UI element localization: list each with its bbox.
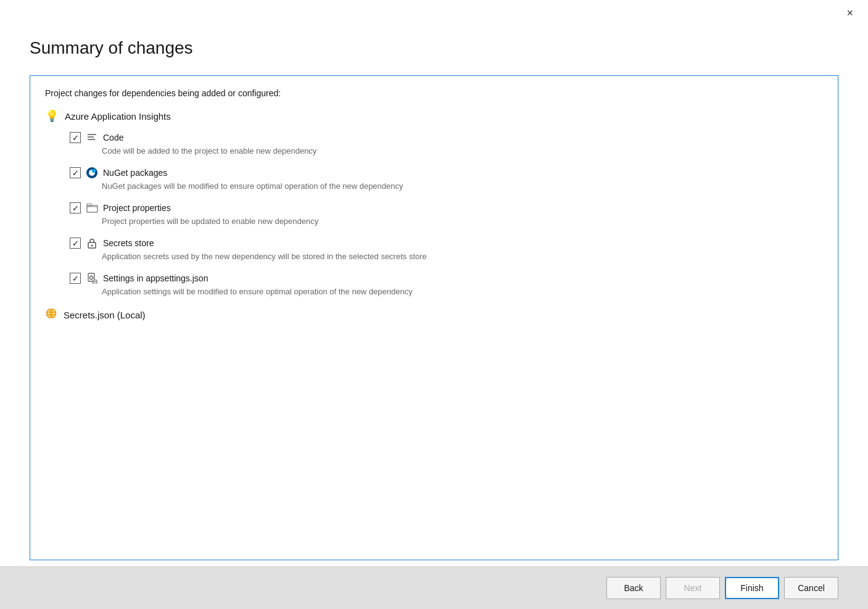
item-label-secrets: Secrets store: [103, 238, 154, 248]
checkbox-project-props[interactable]: ✓: [70, 202, 81, 213]
section-title-azure: Azure Application Insights: [65, 111, 171, 122]
item-desc-nuget: NuGet packages will be modified to ensur…: [70, 181, 823, 191]
item-desc-appsettings: Application settings will be modified to…: [70, 287, 823, 296]
title-bar: ×: [0, 0, 868, 26]
section-secrets-json: Secrets.json (Local): [45, 307, 823, 322]
content-area: Summary of changes Project changes for d…: [0, 26, 868, 566]
item-nuget: ✓ NuGet packages NuGet packages will be …: [70, 167, 823, 191]
section-title-secrets-json: Secrets.json (Local): [64, 310, 146, 320]
section-azure-app-insights: 💡 Azure Application Insights: [45, 109, 823, 123]
svg-point-11: [90, 276, 93, 280]
item-appsettings: ✓: [70, 272, 823, 296]
page-title: Summary of changes: [30, 38, 838, 58]
finish-button[interactable]: Finish: [725, 577, 779, 599]
svg-point-5: [92, 169, 96, 173]
item-label-appsettings: Settings in appsettings.json: [103, 273, 208, 283]
checkbox-appsettings[interactable]: ✓: [70, 273, 81, 284]
item-desc-project-props: Project properties will be updated to en…: [70, 217, 823, 226]
footer: Back Next Finish Cancel: [0, 566, 868, 609]
summary-box: Project changes for dependencies being a…: [30, 75, 838, 560]
nuget-icon: [86, 167, 98, 179]
item-secrets: ✓ Secrets store Application secrets used…: [70, 237, 823, 261]
cancel-button[interactable]: Cancel: [784, 577, 838, 599]
folder-icon: [86, 202, 98, 214]
checkbox-nuget[interactable]: ✓: [70, 167, 81, 178]
item-label-nuget: NuGet packages: [103, 168, 167, 178]
item-label-code: Code: [103, 133, 123, 143]
checkbox-code[interactable]: ✓: [70, 132, 81, 143]
item-desc-secrets: Application secrets used by the new depe…: [70, 252, 823, 261]
checkbox-secrets[interactable]: ✓: [70, 238, 81, 249]
svg-point-9: [91, 245, 93, 247]
close-button[interactable]: ×: [841, 5, 858, 21]
settings-icon: [86, 272, 98, 284]
item-project-props: ✓ Project properties Project properties …: [70, 202, 823, 226]
items-container: ✓ Code Code will be added to the project…: [45, 131, 823, 296]
back-button[interactable]: Back: [606, 577, 661, 599]
item-desc-code: Code will be added to the project to ena…: [70, 146, 823, 155]
lightbulb-icon: 💡: [45, 109, 59, 123]
next-button[interactable]: Next: [666, 577, 720, 599]
globe-icon: [45, 307, 57, 322]
lock-icon: [86, 237, 98, 249]
code-icon: [86, 131, 98, 144]
summary-scroll-area[interactable]: Project changes for dependencies being a…: [30, 76, 838, 560]
item-code: ✓ Code Code will be added to the project…: [70, 131, 823, 155]
intro-text: Project changes for dependencies being a…: [45, 88, 823, 98]
item-label-project-props: Project properties: [103, 203, 171, 213]
